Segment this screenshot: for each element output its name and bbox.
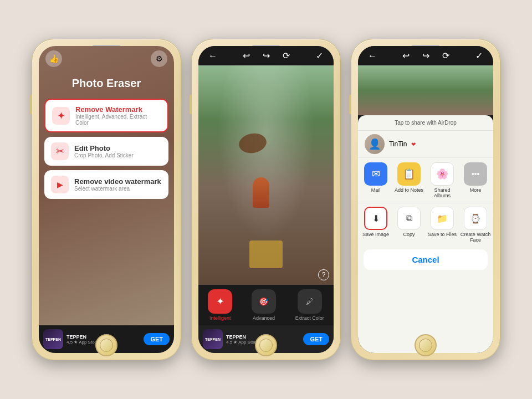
advanced-tool-icon: 🎯 — [252, 289, 276, 314]
save-files-icon: 📁 — [431, 207, 454, 230]
p1-screen: 👍 ⚙ Photo Eraser ✦ Remove Watermark Inte… — [39, 46, 174, 353]
p3-heart-icon: ❤ — [411, 141, 416, 147]
watermark-icon: ✦ — [52, 107, 70, 125]
p2-redo-icon[interactable]: ↪ — [258, 50, 274, 61]
ad-get-button-1[interactable]: GET — [144, 333, 170, 345]
save-image-label: Save Image — [362, 232, 389, 237]
phone-1-screen: 👍 ⚙ Photo Eraser ✦ Remove Watermark Inte… — [39, 46, 174, 353]
cancel-button[interactable]: Cancel — [364, 249, 488, 270]
p3-screen: ← ↩ ↪ ⟳ ✓ Tap to share with AirDrop 👤 — [358, 46, 493, 353]
mail-app-icon: ✉ — [364, 162, 387, 186]
p3-action-watch-face[interactable]: ⌚ Create Watch Face — [460, 207, 491, 243]
menu-item-sub-1: Intelligent, Advanced, Extract Color — [75, 114, 161, 126]
p3-rotate-icon[interactable]: ⟳ — [438, 50, 453, 61]
p3-app-more[interactable]: ••• More — [460, 162, 491, 198]
p3-action-copy[interactable]: ⧉ Copy — [393, 207, 424, 243]
p2-toolbar: ← ↩ ↪ ⟳ ✓ — [198, 46, 334, 65]
watch-face-icon: ⌚ — [464, 207, 487, 230]
p3-avatar: 👤 — [365, 134, 385, 154]
advanced-label: Advanced — [253, 315, 275, 321]
shared-albums-icon: 🌸 — [431, 162, 454, 186]
p3-back-icon[interactable]: ← — [365, 51, 380, 61]
p1-menu: ✦ Remove Watermark Intelligent, Advanced… — [39, 99, 174, 199]
p3-action-save-files[interactable]: 📁 Save to Files — [427, 207, 458, 243]
copy-label: Copy — [403, 232, 415, 237]
home-button-1[interactable] — [95, 334, 117, 356]
p3-action-save-image[interactable]: ⬇ Save Image — [360, 207, 391, 243]
extract-label: Extract Color — [295, 315, 324, 321]
p1-like-icon[interactable]: 👍 — [45, 50, 62, 67]
phone-2: ← ↩ ↪ ⟳ ✓ ? — [191, 39, 341, 360]
p3-redo-icon[interactable]: ↪ — [418, 50, 433, 61]
p3-share-sheet: Tap to share with AirDrop 👤 TinTin ❤ ✉ — [358, 115, 493, 353]
p1-toolbar: 👍 ⚙ — [39, 46, 174, 71]
p3-actions-row: ⬇ Save Image ⧉ Copy 📁 Save — [358, 203, 493, 246]
p2-back-icon[interactable]: ← — [205, 51, 221, 61]
p3-app-mail[interactable]: ✉ Mail — [360, 162, 391, 198]
ad-get-button-2[interactable]: GET — [303, 333, 329, 345]
hair-figure — [238, 131, 268, 155]
p2-main-image: ? — [198, 65, 334, 285]
p3-app-shared-albums[interactable]: 🌸 Shared Albums — [427, 162, 458, 198]
mail-app-label: Mail — [371, 187, 381, 193]
p3-apps-row: ✉ Mail 📋 Add to Notes 🌸 S — [358, 158, 493, 203]
p3-undo-icon[interactable]: ↩ — [398, 50, 413, 61]
p1-settings-icon[interactable]: ⚙ — [151, 50, 167, 67]
menu-item-remove-video[interactable]: ▶ Remove video watermark Select watermar… — [44, 170, 168, 199]
menu-item-sub-3: Select watermark area — [74, 186, 161, 192]
phone-3: ← ↩ ↪ ⟳ ✓ Tap to share with AirDrop 👤 — [351, 39, 500, 360]
menu-item-remove-watermark[interactable]: ✦ Remove Watermark Intelligent, Advanced… — [44, 99, 168, 132]
watch-face-label: Create Watch Face — [460, 232, 491, 243]
p3-toolbar: ← ↩ ↪ ⟳ ✓ — [358, 46, 493, 65]
extract-tool-icon: 🖊 — [298, 289, 322, 314]
p2-bottom-toolbar: ✦ Intelligent 🎯 Advanced 🖊 Extract Color — [198, 285, 334, 325]
p3-contact-row: 👤 TinTin ❤ — [358, 131, 493, 158]
intelligent-label: Intelligent — [209, 315, 231, 321]
menu-item-title-3: Remove video watermark — [74, 177, 161, 186]
menu-item-title-2: Edit Photo — [74, 144, 134, 152]
intelligent-tool-icon: ✦ — [208, 289, 232, 314]
menu-item-edit-photo[interactable]: ✂ Edit Photo Crop Photo, Add Sticker — [44, 137, 168, 166]
save-image-icon: ⬇ — [364, 207, 387, 230]
phone-3-screen: ← ↩ ↪ ⟳ ✓ Tap to share with AirDrop 👤 — [358, 46, 493, 353]
home-button-2[interactable] — [255, 334, 277, 356]
menu-item-sub-2: Crop Photo, Add Sticker — [74, 152, 134, 158]
p2-tool-advanced[interactable]: 🎯 Advanced — [252, 289, 276, 321]
p1-title: Photo Eraser — [39, 71, 174, 99]
phone-1: 👍 ⚙ Photo Eraser ✦ Remove Watermark Inte… — [32, 39, 181, 360]
person-figure — [253, 177, 269, 208]
p3-airdrop-text: Tap to share with AirDrop — [358, 115, 493, 131]
ad-icon-2: TEPPEN — [203, 329, 223, 349]
p3-done-icon[interactable]: ✓ — [471, 50, 487, 61]
p2-rotate-icon[interactable]: ⟳ — [278, 50, 294, 61]
p3-contact-name: TinTin — [389, 140, 407, 148]
p3-bg-image — [358, 65, 493, 115]
more-apps-label: More — [470, 187, 482, 193]
p2-screen: ← ↩ ↪ ⟳ ✓ ? — [198, 46, 334, 353]
home-button-3[interactable] — [415, 334, 437, 356]
shared-albums-label: Shared Albums — [427, 187, 458, 198]
save-files-label: Save to Files — [428, 232, 457, 237]
phone-2-screen: ← ↩ ↪ ⟳ ✓ ? — [198, 46, 334, 353]
video-icon: ▶ — [51, 176, 69, 193]
menu-item-title-1: Remove Watermark — [75, 105, 161, 114]
copy-icon: ⧉ — [397, 207, 421, 230]
p2-selection-box[interactable] — [249, 241, 283, 268]
p3-app-notes[interactable]: 📋 Add to Notes — [393, 162, 424, 198]
p2-done-icon[interactable]: ✓ — [311, 50, 327, 61]
p2-help-icon[interactable]: ? — [318, 269, 329, 280]
ad-icon-1: TEPPEN — [43, 329, 63, 349]
p2-undo-icon[interactable]: ↩ — [238, 50, 254, 61]
notes-app-label: Add to Notes — [395, 187, 423, 193]
notes-app-icon: 📋 — [397, 162, 421, 186]
edit-photo-icon: ✂ — [51, 142, 69, 160]
p2-tool-extract[interactable]: 🖊 Extract Color — [295, 289, 324, 321]
more-apps-icon: ••• — [464, 162, 487, 186]
p2-tool-intelligent[interactable]: ✦ Intelligent — [208, 289, 232, 321]
